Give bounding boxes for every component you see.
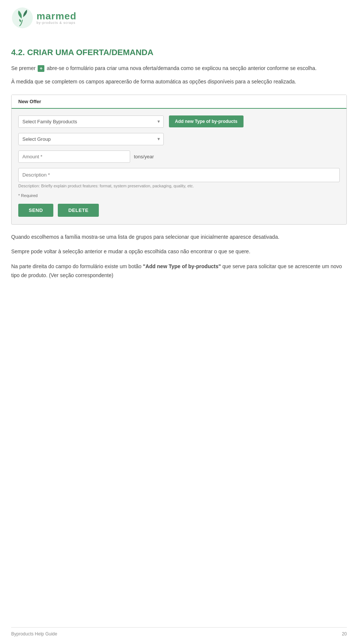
- footer-page-number: 20: [342, 631, 347, 637]
- logo-icon: [11, 7, 34, 29]
- amount-row: tons/year: [18, 150, 340, 163]
- description-row: Description: Briefly explain product fea…: [18, 168, 340, 188]
- para-5: Na parte direita do campo do formulário …: [11, 262, 347, 280]
- select-family-wrapper: Select Family Byproducts ▼: [18, 115, 164, 128]
- select-group-wrapper: Select Group ▼: [18, 133, 164, 145]
- form-title: New Offer: [18, 99, 41, 104]
- svg-point-0: [12, 7, 33, 28]
- new-offer-form-card: New Offer Select Family Byproducts ▼ Add…: [11, 95, 347, 225]
- section-title: 4.2. CRIAR UMA OFERTA/DEMANDA: [11, 48, 347, 57]
- select-family-byproducts[interactable]: Select Family Byproducts: [18, 115, 164, 128]
- logo-brand: marmed: [37, 11, 76, 21]
- intro-para-1-before: Se premer: [11, 65, 35, 71]
- required-note: * Required: [18, 193, 340, 198]
- select-group[interactable]: Select Group: [18, 133, 164, 145]
- para-3: Quando escolhemos a família mostra-se um…: [11, 233, 347, 242]
- intro-para-2: À medida que se completem os campos apar…: [11, 77, 347, 86]
- family-byproducts-row: Select Family Byproducts ▼ Add new Type …: [18, 115, 340, 128]
- form-body: Select Family Byproducts ▼ Add new Type …: [12, 109, 346, 198]
- main-content: 4.2. CRIAR UMA OFERTA/DEMANDA Se premer …: [0, 33, 358, 301]
- footer-guide-label: Byproducts Help Guide: [11, 631, 57, 637]
- footer: Byproducts Help Guide 20: [11, 627, 347, 637]
- amount-unit: tons/year: [134, 154, 154, 159]
- header: marmed by-products & scraps: [0, 0, 358, 33]
- delete-button[interactable]: DELETE: [58, 204, 99, 217]
- description-hint: Description: Briefly explain product fea…: [18, 184, 340, 188]
- para-4: Sempre pode voltar à selecção anterior e…: [11, 247, 347, 256]
- para-5-before: Na parte direita do campo do formulário …: [11, 263, 143, 269]
- add-new-type-button[interactable]: Add new Type of by-products: [169, 115, 244, 127]
- logo-container: marmed by-products & scraps: [11, 7, 347, 29]
- para-5-bold: "Add new Type of by-products": [143, 263, 221, 269]
- plus-icon: +: [38, 65, 44, 72]
- form-buttons: SEND DELETE: [12, 204, 346, 217]
- description-input[interactable]: [18, 168, 340, 182]
- intro-para-1-after: abre-se o formulário para criar uma nova…: [47, 65, 317, 71]
- amount-input[interactable]: [18, 150, 130, 163]
- intro-para-1: Se premer + abre-se o formulário para cr…: [11, 64, 347, 73]
- logo-text: marmed by-products & scraps: [37, 11, 76, 25]
- send-button[interactable]: SEND: [18, 204, 53, 217]
- logo-sub: by-products & scraps: [37, 21, 76, 25]
- form-card-header: New Offer: [12, 95, 346, 109]
- select-group-row: Select Group ▼: [18, 133, 340, 145]
